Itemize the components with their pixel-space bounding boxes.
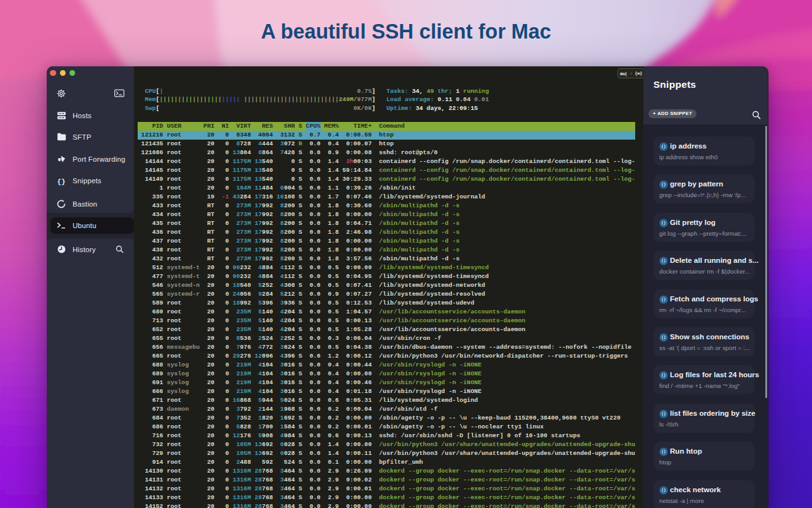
- svg-text:{}: {}: [57, 178, 65, 184]
